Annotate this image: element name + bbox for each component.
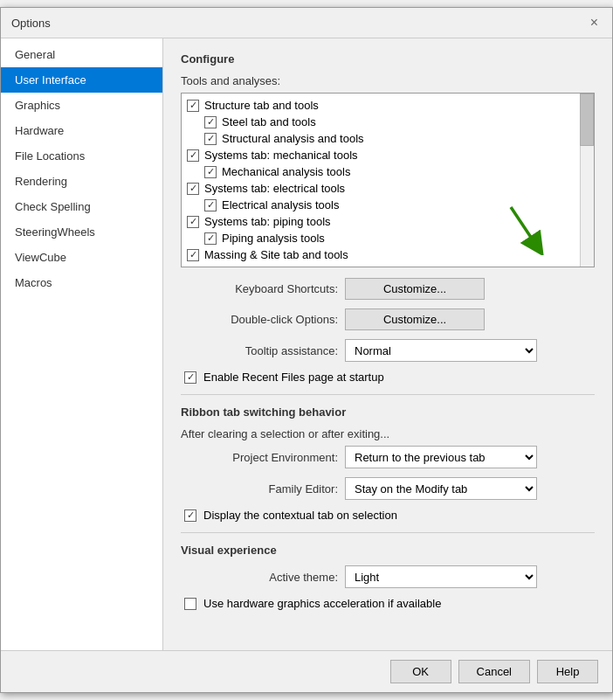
svg-line-0 bbox=[511, 207, 537, 246]
recent-files-label: Enable Recent Files page at startup bbox=[203, 371, 384, 384]
doubleclick-customize-button[interactable]: Customize... bbox=[345, 308, 485, 330]
list-item[interactable]: Mechanical analysis tools bbox=[182, 163, 594, 180]
dialog-title: Options bbox=[11, 17, 51, 30]
dialog-body: GeneralUser InterfaceGraphicsHardwareFil… bbox=[1, 38, 612, 650]
hardware-accel-label: Use hardware graphics acceleration if av… bbox=[203, 597, 441, 610]
list-item-checkbox[interactable] bbox=[204, 232, 217, 245]
list-item-checkbox[interactable] bbox=[187, 216, 199, 228]
list-item-checkbox[interactable] bbox=[204, 199, 217, 211]
scrollbar-track bbox=[580, 94, 594, 267]
ribbon-section: Ribbon tab switching behavior After clea… bbox=[181, 405, 595, 522]
tooltip-select[interactable]: Normal Minimal None bbox=[345, 339, 537, 362]
list-item-label: Systems tab: electrical tools bbox=[204, 182, 345, 195]
keyboard-label: Keyboard Shortcuts: bbox=[181, 282, 338, 295]
list-item[interactable]: Structural analysis and tools bbox=[182, 130, 594, 147]
sidebar-item-rendering[interactable]: Rendering bbox=[1, 169, 162, 194]
list-item-checkbox[interactable] bbox=[187, 249, 199, 261]
active-theme-label: Active theme: bbox=[181, 571, 338, 584]
recent-files-checkbox[interactable] bbox=[184, 371, 196, 384]
help-button[interactable]: Help bbox=[537, 660, 598, 683]
tooltip-row: Tooltip assistance: Normal Minimal None bbox=[181, 339, 595, 362]
project-env-select[interactable]: Return to the previous tab Stay on the M… bbox=[345, 446, 537, 468]
keyboard-customize-button[interactable]: Customize... bbox=[345, 278, 485, 300]
bottom-bar: OK Cancel Help bbox=[1, 650, 612, 692]
title-bar: Options × bbox=[1, 8, 612, 38]
active-theme-row: Active theme: Light Dark bbox=[181, 565, 595, 588]
keyboard-row: Keyboard Shortcuts: Customize... bbox=[181, 278, 595, 300]
visual-section: Visual experience Active theme: Light Da… bbox=[181, 544, 595, 610]
separator-1 bbox=[181, 394, 595, 395]
list-item-label: Systems tab: mechanical tools bbox=[204, 149, 358, 162]
tools-label: Tools and analyses: bbox=[181, 74, 595, 87]
active-theme-select[interactable]: Light Dark bbox=[345, 565, 537, 588]
list-item-label: Mechanical analysis tools bbox=[222, 165, 350, 178]
doubleclick-row: Double-click Options: Customize... bbox=[181, 308, 595, 330]
sidebar-item-check-spelling[interactable]: Check Spelling bbox=[1, 194, 162, 219]
doubleclick-label: Double-click Options: bbox=[181, 313, 338, 326]
list-item-label: Electrical analysis tools bbox=[222, 198, 339, 211]
sidebar-item-hardware[interactable]: Hardware bbox=[1, 118, 162, 143]
list-item-checkbox[interactable] bbox=[204, 116, 217, 128]
list-item-checkbox[interactable] bbox=[187, 100, 199, 112]
options-dialog: Options × GeneralUser InterfaceGraphicsH… bbox=[0, 7, 613, 693]
sidebar-item-steeringwheels[interactable]: SteeringWheels bbox=[1, 219, 162, 245]
contextual-tab-label: Display the contextual tab on selection bbox=[203, 509, 397, 522]
family-editor-label: Family Editor: bbox=[181, 482, 338, 496]
configure-title: Configure bbox=[181, 52, 595, 66]
close-button[interactable]: × bbox=[587, 15, 602, 31]
contextual-tab-row: Display the contextual tab on selection bbox=[181, 509, 595, 522]
list-item-label: Steel tab and tools bbox=[222, 115, 316, 128]
scrollbar-thumb[interactable] bbox=[580, 94, 594, 146]
list-item-label: Structure tab and tools bbox=[204, 99, 319, 112]
cancel-button[interactable]: Cancel bbox=[458, 660, 530, 683]
ribbon-section-title: Ribbon tab switching behavior bbox=[181, 405, 595, 419]
project-env-row: Project Environment: Return to the previ… bbox=[181, 446, 595, 468]
list-item-checkbox[interactable] bbox=[204, 166, 217, 178]
list-item-checkbox[interactable] bbox=[187, 183, 199, 195]
sidebar-item-general[interactable]: General bbox=[1, 42, 162, 67]
list-item-label: Structural analysis and tools bbox=[222, 132, 364, 145]
list-item-checkbox[interactable] bbox=[187, 149, 199, 162]
project-env-label: Project Environment: bbox=[181, 451, 338, 464]
list-item[interactable]: Structure tab and tools bbox=[182, 97, 594, 114]
hardware-accel-row: Use hardware graphics acceleration if av… bbox=[181, 597, 595, 610]
ribbon-sub-label: After clearing a selection or after exit… bbox=[181, 427, 595, 440]
list-item-label: Massing & Site tab and tools bbox=[204, 248, 348, 261]
list-item[interactable]: Systems tab: mechanical tools bbox=[182, 147, 594, 163]
tools-list-box: Structure tab and toolsSteel tab and too… bbox=[181, 93, 595, 267]
list-item-checkbox[interactable] bbox=[204, 133, 217, 145]
family-editor-row: Family Editor: Stay on the Modify tab Re… bbox=[181, 477, 595, 500]
list-item[interactable]: Steel tab and tools bbox=[182, 114, 594, 130]
sidebar: GeneralUser InterfaceGraphicsHardwareFil… bbox=[1, 38, 163, 650]
family-editor-select[interactable]: Stay on the Modify tab Return to the pre… bbox=[345, 477, 537, 500]
contextual-tab-checkbox[interactable] bbox=[184, 509, 196, 522]
tooltip-label: Tooltip assistance: bbox=[181, 344, 338, 357]
sidebar-item-graphics[interactable]: Graphics bbox=[1, 93, 162, 118]
sidebar-item-macros[interactable]: Macros bbox=[1, 270, 162, 295]
list-item[interactable]: Systems tab: electrical tools bbox=[182, 180, 594, 197]
visual-section-title: Visual experience bbox=[181, 544, 595, 557]
list-item-label: Systems tab: piping tools bbox=[204, 215, 331, 228]
main-content: Configure Tools and analyses: Structure … bbox=[163, 38, 612, 650]
separator-2 bbox=[181, 532, 595, 533]
sidebar-item-viewcube[interactable]: ViewCube bbox=[1, 245, 162, 270]
ok-button[interactable]: OK bbox=[390, 660, 451, 683]
recent-files-row: Enable Recent Files page at startup bbox=[181, 371, 595, 384]
sidebar-item-user-interface[interactable]: User Interface bbox=[1, 67, 162, 93]
list-item-label: Piping analysis tools bbox=[222, 232, 325, 245]
arrow-indicator bbox=[502, 203, 546, 258]
hardware-accel-checkbox[interactable] bbox=[184, 598, 196, 610]
sidebar-item-file-locations[interactable]: File Locations bbox=[1, 143, 162, 169]
